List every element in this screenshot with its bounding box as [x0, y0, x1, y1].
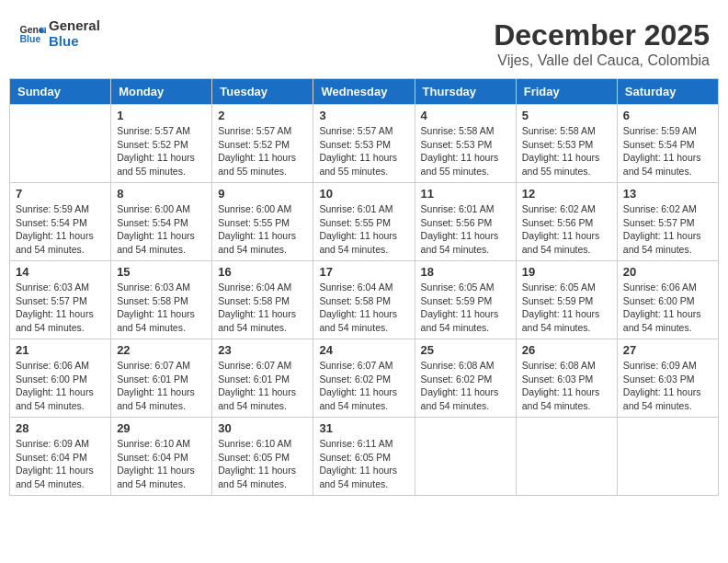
day-number: 9	[218, 187, 307, 201]
day-number: 26	[522, 343, 611, 357]
day-info: Sunrise: 6:07 AMSunset: 6:02 PMDaylight:…	[319, 359, 408, 413]
day-number: 17	[319, 265, 408, 279]
calendar-cell: 1Sunrise: 5:57 AMSunset: 5:52 PMDaylight…	[111, 105, 212, 183]
day-info: Sunrise: 6:02 AMSunset: 5:57 PMDaylight:…	[623, 202, 712, 257]
day-info: Sunrise: 5:58 AMSunset: 5:53 PMDaylight:…	[522, 124, 611, 178]
calendar-cell: 4Sunrise: 5:58 AMSunset: 5:53 PMDaylight…	[415, 105, 516, 183]
day-info: Sunrise: 6:04 AMSunset: 5:58 PMDaylight:…	[319, 281, 408, 335]
calendar-cell	[415, 418, 516, 496]
calendar-cell: 20Sunrise: 6:06 AMSunset: 6:00 PMDayligh…	[617, 261, 718, 339]
calendar-week-row: 28Sunrise: 6:09 AMSunset: 6:04 PMDayligh…	[10, 418, 719, 496]
page-title: December 2025	[494, 18, 710, 52]
day-info: Sunrise: 6:02 AMSunset: 5:56 PMDaylight:…	[522, 202, 611, 257]
day-info: Sunrise: 6:03 AMSunset: 5:57 PMDaylight:…	[16, 281, 105, 335]
calendar-cell: 31Sunrise: 6:11 AMSunset: 6:05 PMDayligh…	[313, 418, 415, 496]
calendar-day-header: Monday	[111, 79, 212, 105]
calendar-cell: 7Sunrise: 5:59 AMSunset: 5:54 PMDaylight…	[10, 183, 111, 261]
day-number: 14	[16, 265, 105, 279]
calendar-cell: 11Sunrise: 6:01 AMSunset: 5:56 PMDayligh…	[415, 183, 516, 261]
day-info: Sunrise: 6:08 AMSunset: 6:03 PMDaylight:…	[522, 359, 611, 413]
svg-text:Blue: Blue	[20, 33, 41, 44]
day-number: 4	[421, 109, 510, 122]
day-number: 21	[16, 343, 105, 357]
calendar-header-row: SundayMondayTuesdayWednesdayThursdayFrid…	[10, 79, 719, 105]
calendar-cell: 5Sunrise: 5:58 AMSunset: 5:53 PMDaylight…	[516, 105, 617, 183]
calendar-cell: 25Sunrise: 6:08 AMSunset: 6:02 PMDayligh…	[415, 339, 516, 418]
page-subtitle: Vijes, Valle del Cauca, Colombia	[494, 52, 710, 69]
calendar-week-row: 1Sunrise: 5:57 AMSunset: 5:52 PMDaylight…	[10, 105, 719, 183]
day-info: Sunrise: 6:00 AMSunset: 5:54 PMDaylight:…	[117, 202, 206, 257]
day-number: 28	[16, 421, 105, 435]
day-info: Sunrise: 6:11 AMSunset: 6:05 PMDaylight:…	[319, 437, 408, 491]
calendar-cell: 14Sunrise: 6:03 AMSunset: 5:57 PMDayligh…	[10, 261, 111, 339]
day-number: 13	[623, 187, 712, 201]
calendar-day-header: Tuesday	[212, 79, 313, 105]
calendar-day-header: Friday	[516, 79, 617, 105]
logo-icon: General Blue	[18, 20, 46, 48]
calendar-cell: 24Sunrise: 6:07 AMSunset: 6:02 PMDayligh…	[313, 339, 415, 418]
calendar-cell: 6Sunrise: 5:59 AMSunset: 5:54 PMDaylight…	[617, 105, 718, 183]
day-info: Sunrise: 6:07 AMSunset: 6:01 PMDaylight:…	[117, 359, 206, 413]
day-number: 10	[319, 187, 408, 201]
day-number: 7	[16, 187, 105, 201]
day-number: 22	[117, 343, 206, 357]
day-info: Sunrise: 6:10 AMSunset: 6:04 PMDaylight:…	[117, 437, 206, 491]
calendar-day-header: Thursday	[415, 79, 516, 105]
day-number: 20	[623, 265, 712, 279]
day-number: 12	[522, 187, 611, 201]
day-info: Sunrise: 6:06 AMSunset: 6:00 PMDaylight:…	[16, 359, 105, 413]
day-number: 27	[623, 343, 712, 357]
day-info: Sunrise: 6:09 AMSunset: 6:04 PMDaylight:…	[16, 437, 105, 491]
calendar-cell: 21Sunrise: 6:06 AMSunset: 6:00 PMDayligh…	[10, 339, 111, 418]
calendar-cell: 17Sunrise: 6:04 AMSunset: 5:58 PMDayligh…	[313, 261, 415, 339]
calendar-table: SundayMondayTuesdayWednesdayThursdayFrid…	[9, 78, 719, 496]
day-number: 23	[218, 343, 307, 357]
day-number: 31	[319, 421, 408, 435]
day-number: 5	[522, 109, 611, 122]
day-number: 3	[319, 109, 408, 122]
day-info: Sunrise: 6:08 AMSunset: 6:02 PMDaylight:…	[421, 359, 510, 413]
calendar-cell: 22Sunrise: 6:07 AMSunset: 6:01 PMDayligh…	[111, 339, 212, 418]
calendar-cell: 29Sunrise: 6:10 AMSunset: 6:04 PMDayligh…	[111, 418, 212, 496]
calendar-cell: 3Sunrise: 5:57 AMSunset: 5:53 PMDaylight…	[313, 105, 415, 183]
calendar-cell	[10, 105, 111, 183]
day-number: 6	[623, 109, 712, 122]
day-number: 2	[218, 109, 307, 122]
calendar-week-row: 21Sunrise: 6:06 AMSunset: 6:00 PMDayligh…	[10, 339, 719, 418]
day-info: Sunrise: 6:05 AMSunset: 5:59 PMDaylight:…	[522, 281, 611, 335]
day-info: Sunrise: 6:05 AMSunset: 5:59 PMDaylight:…	[421, 281, 510, 335]
calendar-cell: 2Sunrise: 5:57 AMSunset: 5:52 PMDaylight…	[212, 105, 313, 183]
calendar-cell: 10Sunrise: 6:01 AMSunset: 5:55 PMDayligh…	[313, 183, 415, 261]
day-number: 8	[117, 187, 206, 201]
day-number: 30	[218, 421, 307, 435]
page-header: General Blue General Blue December 2025 …	[9, 9, 719, 74]
calendar-week-row: 14Sunrise: 6:03 AMSunset: 5:57 PMDayligh…	[10, 261, 719, 339]
day-number: 24	[319, 343, 408, 357]
logo-text-general: General	[49, 18, 100, 34]
calendar-cell: 13Sunrise: 6:02 AMSunset: 5:57 PMDayligh…	[617, 183, 718, 261]
day-info: Sunrise: 5:59 AMSunset: 5:54 PMDaylight:…	[16, 202, 105, 257]
calendar-cell: 12Sunrise: 6:02 AMSunset: 5:56 PMDayligh…	[516, 183, 617, 261]
day-info: Sunrise: 6:09 AMSunset: 6:03 PMDaylight:…	[623, 359, 712, 413]
day-number: 19	[522, 265, 611, 279]
calendar-cell: 30Sunrise: 6:10 AMSunset: 6:05 PMDayligh…	[212, 418, 313, 496]
calendar-week-row: 7Sunrise: 5:59 AMSunset: 5:54 PMDaylight…	[10, 183, 719, 261]
day-info: Sunrise: 5:57 AMSunset: 5:52 PMDaylight:…	[218, 124, 307, 178]
day-info: Sunrise: 5:57 AMSunset: 5:52 PMDaylight:…	[117, 124, 206, 178]
calendar-cell: 23Sunrise: 6:07 AMSunset: 6:01 PMDayligh…	[212, 339, 313, 418]
day-info: Sunrise: 6:04 AMSunset: 5:58 PMDaylight:…	[218, 281, 307, 335]
logo: General Blue General Blue	[18, 18, 100, 49]
calendar-day-header: Wednesday	[313, 79, 415, 105]
calendar-cell: 9Sunrise: 6:00 AMSunset: 5:55 PMDaylight…	[212, 183, 313, 261]
calendar-cell: 19Sunrise: 6:05 AMSunset: 5:59 PMDayligh…	[516, 261, 617, 339]
calendar-day-header: Sunday	[10, 79, 111, 105]
day-info: Sunrise: 6:00 AMSunset: 5:55 PMDaylight:…	[218, 202, 307, 257]
calendar-cell	[617, 418, 718, 496]
day-info: Sunrise: 5:59 AMSunset: 5:54 PMDaylight:…	[623, 124, 712, 178]
title-area: December 2025 Vijes, Valle del Cauca, Co…	[494, 18, 710, 69]
day-info: Sunrise: 6:10 AMSunset: 6:05 PMDaylight:…	[218, 437, 307, 491]
day-info: Sunrise: 6:07 AMSunset: 6:01 PMDaylight:…	[218, 359, 307, 413]
day-number: 18	[421, 265, 510, 279]
day-info: Sunrise: 6:01 AMSunset: 5:56 PMDaylight:…	[421, 202, 510, 257]
calendar-cell: 15Sunrise: 6:03 AMSunset: 5:58 PMDayligh…	[111, 261, 212, 339]
